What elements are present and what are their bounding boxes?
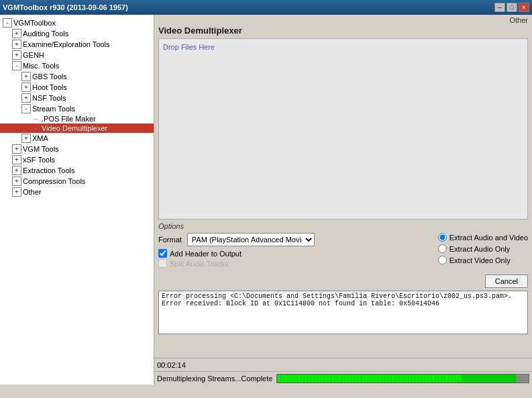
drop-zone-label: Drop Files Here xyxy=(163,43,215,51)
progress-dot xyxy=(392,375,394,382)
options-left: Format PAM (PlayStation Advanced Movie) … xyxy=(158,233,433,269)
add-header-checkbox[interactable] xyxy=(158,249,167,258)
progress-dot xyxy=(281,375,284,382)
format-select[interactable]: PAM (PlayStation Advanced Movie) xyxy=(187,233,315,246)
tree-item-genh[interactable]: +GENH xyxy=(0,50,154,60)
other-label: Other xyxy=(23,188,42,196)
progress-dot xyxy=(331,375,334,382)
button-row: Cancel xyxy=(158,275,528,288)
misc-tools-expander[interactable]: - xyxy=(12,61,21,70)
options-right: Extract Audio and Video Extract Audio On… xyxy=(438,233,528,264)
progress-dot xyxy=(325,375,327,382)
progress-dot xyxy=(412,375,415,382)
progress-dot xyxy=(435,375,438,382)
xma-expander[interactable]: + xyxy=(21,134,31,143)
progress-dot xyxy=(375,375,378,382)
cancel-button[interactable]: Cancel xyxy=(485,275,528,288)
tree-item-other[interactable]: +Other xyxy=(0,187,154,197)
tree-item-examine-exploration[interactable]: +Examine/Exploration Tools xyxy=(0,39,154,50)
extraction-tools-expander[interactable]: + xyxy=(12,166,21,175)
tree-item-gbs-tools[interactable]: +GBS Tools xyxy=(0,71,154,82)
stream-tools-expander[interactable]: - xyxy=(21,104,31,113)
tree-item-video-demultiplexer[interactable]: ─Video Demultiplexer xyxy=(0,123,154,133)
options-label: Options xyxy=(158,222,528,230)
compression-tools-expander[interactable]: + xyxy=(12,177,21,186)
tree-item-nsf-tools[interactable]: +NSF Tools xyxy=(0,93,154,103)
options-section: Options Format PAM (PlayStation Advanced… xyxy=(158,219,528,272)
progress-dot xyxy=(442,375,445,382)
progress-dot xyxy=(358,375,361,382)
progress-dot xyxy=(341,375,344,382)
nsf-tools-expander[interactable]: + xyxy=(21,93,31,103)
genh-expander[interactable]: + xyxy=(12,50,21,60)
root-label: VGMToolbox xyxy=(13,19,56,27)
add-header-row: Add Header to Output xyxy=(158,249,433,258)
minimize-button[interactable]: ─ xyxy=(494,3,505,12)
progress-dot xyxy=(422,375,425,382)
progress-dot xyxy=(284,375,287,382)
xsf-tools-expander[interactable]: + xyxy=(12,155,21,164)
radio-audio-video-input[interactable] xyxy=(438,233,447,242)
progress-dot xyxy=(338,375,341,382)
maximize-button[interactable]: □ xyxy=(507,3,517,12)
tree-item-xsf-tools[interactable]: +xSF Tools xyxy=(0,154,154,165)
progress-dot xyxy=(321,375,324,382)
tree-item-auditing-tools[interactable]: +Auditing Tools xyxy=(0,28,154,39)
progress-dot xyxy=(318,375,321,382)
progress-dot xyxy=(425,375,428,382)
examine-exploration-label: Examine/Exploration Tools xyxy=(23,40,109,48)
progress-dot xyxy=(395,375,398,382)
radio-extract-video-only: Extract Video Only xyxy=(438,256,528,264)
progress-bar-dots xyxy=(277,375,516,383)
app-title: VGMToolbox r930 (2013-09-06 1957) xyxy=(3,3,128,11)
progress-dot xyxy=(402,375,405,382)
radio-video-only-label: Extract Video Only xyxy=(449,256,511,264)
progress-dot xyxy=(311,375,314,382)
progress-dot xyxy=(308,375,311,382)
tree-item-pos-file-maker[interactable]: ─.POS File Maker xyxy=(0,114,154,123)
stream-tools-label: Stream Tools xyxy=(32,105,75,113)
drop-zone[interactable]: Drop Files Here xyxy=(158,38,528,219)
progress-bar-outer xyxy=(276,374,529,383)
progress-dot xyxy=(372,375,374,382)
right-panel: Other Video Demultiplexer Drop Files Her… xyxy=(154,15,532,385)
split-audio-label: Split Audio Tracks xyxy=(170,260,228,268)
main-container: - VGMToolbox +Auditing Tools+Examine/Exp… xyxy=(0,15,532,385)
right-header: Other xyxy=(154,15,532,26)
tree-item-compression-tools[interactable]: +Compression Tools xyxy=(0,176,154,187)
format-row: Format PAM (PlayStation Advanced Movie) xyxy=(158,233,433,246)
radio-audio-only-input[interactable] xyxy=(438,244,447,253)
tree-root[interactable]: - VGMToolbox xyxy=(0,17,154,28)
radio-video-only-input[interactable] xyxy=(438,256,447,264)
progress-dot xyxy=(348,375,351,382)
tree-item-vgm-tools[interactable]: +VGM Tools xyxy=(0,144,154,154)
log-area: Error processing <C:\Documents and Setti… xyxy=(158,291,528,334)
tree-item-xma[interactable]: +XMA xyxy=(0,133,154,144)
progress-dot xyxy=(449,375,451,382)
root-expander[interactable]: - xyxy=(3,18,12,28)
split-audio-checkbox[interactable] xyxy=(158,259,167,268)
radio-audio-video-label: Extract Audio and Video xyxy=(449,234,528,242)
hoot-tools-label: Hoot Tools xyxy=(32,83,67,91)
progress-dot xyxy=(298,375,301,382)
status-time: 00:02:14 xyxy=(157,361,186,369)
gbs-tools-expander[interactable]: + xyxy=(21,72,31,81)
other-expander[interactable]: + xyxy=(12,187,21,197)
progress-bar-inner xyxy=(277,375,516,383)
progress-dot xyxy=(365,375,368,382)
auditing-tools-expander[interactable]: + xyxy=(12,29,21,38)
progress-dot xyxy=(419,375,421,382)
status-bar: 00:02:14 xyxy=(154,358,532,371)
progress-dot xyxy=(388,375,391,382)
progress-dot xyxy=(439,375,441,382)
examine-exploration-expander[interactable]: + xyxy=(12,40,21,49)
close-button[interactable]: ✕ xyxy=(519,3,529,12)
progress-dot xyxy=(368,375,371,382)
tree-item-misc-tools[interactable]: -Misc. Tools xyxy=(0,60,154,71)
tree-item-hoot-tools[interactable]: +Hoot Tools xyxy=(0,82,154,93)
vgm-tools-expander[interactable]: + xyxy=(12,144,21,154)
hoot-tools-expander[interactable]: + xyxy=(21,83,31,92)
tree-item-extraction-tools[interactable]: +Extraction Tools xyxy=(0,165,154,176)
progress-dot xyxy=(398,375,401,382)
tree-item-stream-tools[interactable]: -Stream Tools xyxy=(0,103,154,114)
